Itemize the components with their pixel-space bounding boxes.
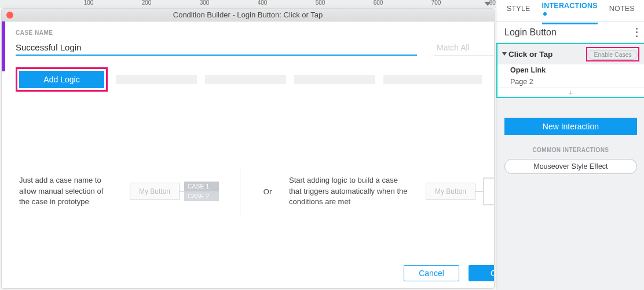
tab-notes[interactable]: NOTES [609, 5, 635, 17]
inspector-tabs: STYLE INTERACTIONS NOTES [496, 0, 644, 22]
or-label: Or [261, 187, 274, 196]
match-mode-label: Match All [437, 43, 470, 52]
add-logic-button[interactable]: Add Logic [19, 71, 104, 88]
action-target[interactable]: Page 2 [497, 76, 644, 88]
condition-placeholder [294, 75, 375, 84]
ruler-tick-label: 700 [431, 0, 441, 6]
ruler-tick-label: 300 [200, 0, 210, 6]
diagram-manual-case: My Button CASE 1 CASE 2 [130, 182, 219, 201]
tab-style[interactable]: STYLE [507, 5, 530, 17]
branch-icon [475, 171, 495, 212]
ruler-tick-label: 500 [316, 0, 325, 6]
ok-button[interactable]: OK [469, 265, 495, 281]
add-logic-highlight: Add Logic [16, 67, 108, 92]
inspector-panel: STYLE INTERACTIONS NOTES Login Button Cl… [496, 0, 644, 290]
more-options-icon[interactable] [636, 28, 638, 37]
diagram-case-chip: CASE 1 [184, 182, 219, 191]
enable-cases-button[interactable]: Enable Cases [588, 50, 637, 60]
widget-title: Login Button [504, 27, 557, 38]
chevron-down-icon [502, 52, 507, 56]
canvas-area: 100 200 300 400 500 600 700 800 Conditio… [0, 0, 496, 290]
case-name-input[interactable] [16, 42, 417, 52]
ruler-menu-icon[interactable] [484, 2, 491, 6]
condition-placeholder [383, 75, 482, 84]
widget-title-row: Login Button [496, 22, 644, 43]
mouseover-style-effect-button[interactable]: Mouseover Style Effect [504, 159, 637, 174]
event-header[interactable]: Click or Tap Enable Cases [497, 44, 644, 64]
unsaved-dot-icon [543, 12, 547, 16]
match-mode-select[interactable]: Match All [434, 39, 495, 56]
action-name[interactable]: Open Link [497, 64, 644, 76]
enable-cases-highlight: Enable Cases [586, 47, 639, 61]
new-interaction-button[interactable]: New Interaction [504, 118, 637, 135]
common-interactions-label: COMMON INTERACTIONS [496, 147, 644, 153]
event-name: Click or Tap [508, 50, 552, 59]
hint-manual-case: Just add a case name to allow manual sel… [19, 175, 115, 208]
condition-builder-modal: Condition Builder - Login Button: Click … [1, 8, 495, 289]
cancel-button[interactable]: Cancel [404, 265, 459, 281]
event-block-highlight: Click or Tap Enable Cases Open Link Page… [496, 43, 644, 98]
case-name-label: CASE NAME [16, 30, 495, 36]
condition-placeholder [116, 75, 197, 84]
condition-placeholder [205, 75, 286, 84]
ruler-tick-label: 200 [142, 0, 152, 6]
diagram-button: My Button [130, 183, 180, 200]
hint-auto-case: Start adding logic to build a case that … [289, 175, 411, 208]
diagram-auto-case: My Button IF ELSE [426, 171, 495, 212]
modal-title: Condition Builder - Login Button: Click … [2, 10, 494, 19]
case-name-field[interactable] [16, 39, 417, 56]
diagram-button: My Button [426, 183, 475, 200]
close-window-icon[interactable] [6, 12, 13, 19]
ruler-tick-label: 100 [84, 0, 94, 6]
ruler-tick-label: 600 [374, 0, 383, 6]
tab-interactions[interactable]: INTERACTIONS [542, 2, 598, 24]
diagram-case-chip: CASE 2 [184, 191, 219, 201]
ruler: 100 200 300 400 500 600 700 800 [0, 0, 496, 8]
add-action-button[interactable]: + [497, 88, 644, 97]
modal-titlebar[interactable]: Condition Builder - Login Button: Click … [2, 9, 494, 21]
ruler-tick-label: 400 [258, 0, 268, 6]
